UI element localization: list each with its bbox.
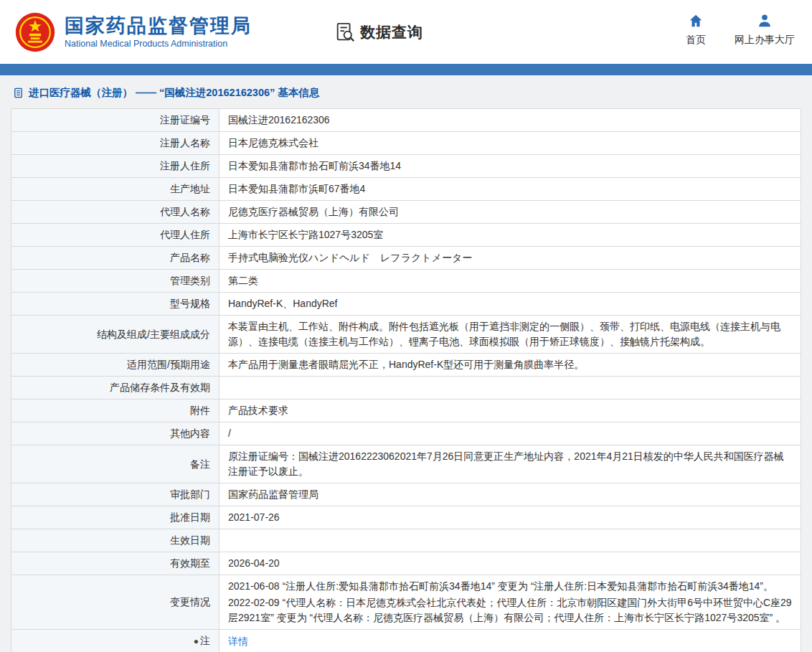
nav-data-query[interactable]: 数据查询: [334, 22, 423, 43]
row-value: 尼德克医疗器械贸易（上海）有限公司: [219, 201, 801, 224]
row-value: 本装置由主机、工作站、附件构成。附件包括遮光板（用于遮挡非测定的一侧眼）、颈带、…: [219, 316, 801, 354]
row-label: 产品名称: [11, 247, 219, 270]
document-icon: [13, 88, 24, 98]
row-label: 附件: [11, 400, 219, 422]
nav-online-hall[interactable]: 网上办事大厅: [735, 13, 795, 47]
row-label: 代理人名称: [11, 201, 219, 224]
row-label: ●注: [11, 630, 219, 652]
table-row: 生效日期: [11, 529, 801, 552]
row-value: 手持式电脑验光仪ハンドヘルド レフラクトメーター: [219, 247, 801, 270]
row-value: HandyRef-K、HandyRef: [219, 293, 801, 316]
page-title: 进口医疗器械（注册） —— “国械注进20162162306” 基本信息: [11, 75, 801, 108]
row-label: 生效日期: [11, 529, 219, 552]
row-value: 2021-07-26: [219, 506, 801, 529]
row-label: 产品储存条件及有效期: [11, 377, 219, 400]
table-row: 注册证编号国械注进20162162306: [11, 109, 801, 132]
page-title-text: 进口医疗器械（注册） —— “国械注进20162162306” 基本信息: [29, 86, 319, 100]
row-label: 注册证编号: [11, 109, 219, 132]
table-row: 变更情况2021-06-08 “注册人住所:爱知县蒲郡市拾石町前浜34番地14”…: [11, 575, 801, 630]
row-value: 上海市长宁区长宁路1027号3205室: [219, 224, 801, 247]
table-row: 注册人名称日本尼德克株式会社: [11, 132, 801, 155]
row-label: 结构及组成/主要组成成分: [11, 316, 219, 354]
row-value: 产品技术要求: [219, 400, 801, 422]
row-value: 2026-04-20: [219, 552, 801, 575]
row-value: [219, 529, 801, 552]
top-nav: 首页 网上办事大厅: [686, 13, 795, 47]
table-row: 管理类别第二类: [11, 270, 801, 293]
row-label: 代理人住所: [11, 224, 219, 247]
national-emblem-logo: [14, 11, 56, 53]
row-label: 适用范围/预期用途: [11, 354, 219, 377]
org-title-block: 国家药品监督管理局 National Medical Products Admi…: [65, 15, 252, 49]
table-row: ●注详情: [11, 630, 801, 652]
table-row: 代理人住所上海市长宁区长宁路1027号3205室: [11, 224, 801, 247]
nav-home-label: 首页: [686, 34, 706, 47]
row-value: 日本爱知县蒲郡市拾石町前浜34番地14: [219, 155, 801, 178]
row-value: 原注册证编号：国械注进20162223062021年7月26日同意更正生产地址内…: [219, 445, 801, 483]
row-label: 批准日期: [11, 506, 219, 529]
org-name-cn: 国家药品监督管理局: [65, 15, 252, 37]
header-divider-bar: [0, 64, 812, 75]
row-value: [219, 377, 801, 400]
row-label: 变更情况: [11, 575, 219, 630]
note-bullet-icon: ●: [194, 636, 199, 646]
row-label: 注册人名称: [11, 132, 219, 155]
row-label: 备注: [11, 445, 219, 483]
row-label: 注册人住所: [11, 155, 219, 178]
registration-info-table: 注册证编号国械注进20162162306注册人名称日本尼德克株式会社注册人住所日…: [11, 108, 801, 652]
table-row: 其他内容/: [11, 422, 801, 445]
data-query-label: 数据查询: [360, 22, 423, 42]
table-row: 适用范围/预期用途本产品用于测量患者眼睛屈光不正，HandyRef-K型还可用于…: [11, 354, 801, 377]
table-row: 生产地址日本爱知县蒲郡市浜町67番地4: [11, 178, 801, 201]
row-value: 日本尼德克株式会社: [219, 132, 801, 155]
table-row: 审批部门国家药品监督管理局: [11, 483, 801, 506]
table-row: 型号规格HandyRef-K、HandyRef: [11, 293, 801, 316]
nav-online-hall-label: 网上办事大厅: [735, 34, 795, 47]
row-value: /: [219, 422, 801, 445]
home-icon: [688, 13, 704, 29]
detail-link[interactable]: 详情: [228, 636, 248, 647]
org-name-en: National Medical Products Administration: [65, 39, 252, 49]
table-row: 批准日期2021-07-26: [11, 506, 801, 529]
table-row: 注册人住所日本爱知县蒲郡市拾石町前浜34番地14: [11, 155, 801, 178]
table-row: 产品名称手持式电脑验光仪ハンドヘルド レフラクトメーター: [11, 247, 801, 270]
main-content: 进口医疗器械（注册） —— “国械注进20162162306” 基本信息 注册证…: [0, 75, 812, 652]
data-query-icon: [334, 22, 356, 43]
row-value: 日本爱知县蒲郡市浜町67番地4: [219, 178, 801, 201]
value-line: 2021-06-08 “注册人住所:爱知县蒲郡市拾石町前浜34番地14” 变更为…: [228, 579, 792, 594]
row-label: 生产地址: [11, 178, 219, 201]
table-row: 附件产品技术要求: [11, 400, 801, 422]
row-label: 审批部门: [11, 483, 219, 506]
value-line: 2022-02-09 “代理人名称：日本尼德克株式会社北京代表处；代理人住所：北…: [228, 595, 792, 625]
table-row: 产品储存条件及有效期: [11, 377, 801, 400]
row-value: 2021-06-08 “注册人住所:爱知县蒲郡市拾石町前浜34番地14” 变更为…: [219, 575, 801, 630]
row-label: 其他内容: [11, 422, 219, 445]
table-row: 代理人名称尼德克医疗器械贸易（上海）有限公司: [11, 201, 801, 224]
site-header: 国家药品监督管理局 National Medical Products Admi…: [0, 0, 812, 64]
row-value: 详情: [219, 630, 801, 652]
row-label: 管理类别: [11, 270, 219, 293]
table-row: 备注原注册证编号：国械注进20162223062021年7月26日同意更正生产地…: [11, 445, 801, 483]
info-table-body: 注册证编号国械注进20162162306注册人名称日本尼德克株式会社注册人住所日…: [11, 109, 801, 652]
table-row: 有效期至2026-04-20: [11, 552, 801, 575]
person-icon: [757, 13, 773, 29]
nav-home[interactable]: 首页: [686, 13, 706, 47]
row-value: 国家药品监督管理局: [219, 483, 801, 506]
row-value: 国械注进20162162306: [219, 109, 801, 132]
row-value: 本产品用于测量患者眼睛屈光不正，HandyRef-K型还可用于测量角膜曲率半径。: [219, 354, 801, 377]
row-label: 型号规格: [11, 293, 219, 316]
row-value: 第二类: [219, 270, 801, 293]
table-row: 结构及组成/主要组成成分本装置由主机、工作站、附件构成。附件包括遮光板（用于遮挡…: [11, 316, 801, 354]
row-label: 有效期至: [11, 552, 219, 575]
